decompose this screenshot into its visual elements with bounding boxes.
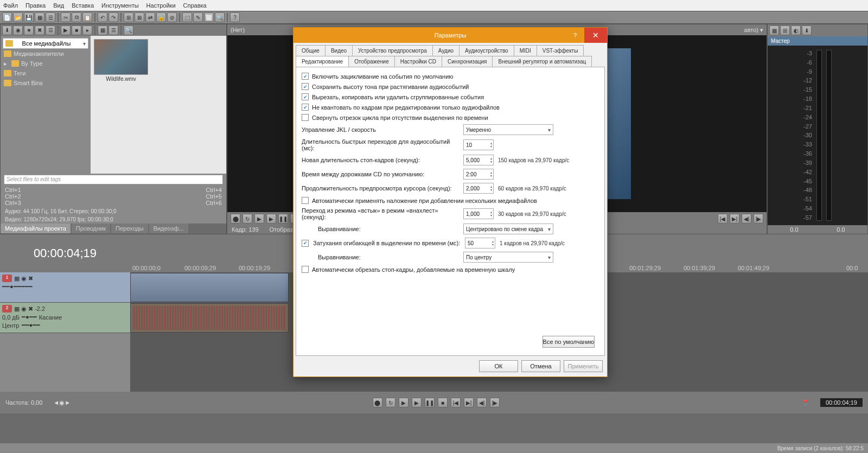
tree-all-media[interactable]: Все медиафайлы	[3, 38, 88, 49]
tab-project-media[interactable]: Медиафайлы проекта	[1, 224, 71, 233]
master-down-icon[interactable]: ⬇	[802, 25, 812, 35]
capture-icon[interactable]: ◉	[13, 25, 23, 35]
play-icon[interactable]: ▶	[61, 25, 71, 35]
tab-midi[interactable]: MIDI	[514, 45, 537, 56]
scrub-handle-icon[interactable]: ◄◉►	[53, 399, 71, 406]
master-insert-icon[interactable]: ⊞	[780, 25, 790, 35]
preview-loop-icon[interactable]: ↻	[242, 214, 252, 224]
lock-icon[interactable]: 🔒	[156, 12, 166, 22]
normal-tool-icon[interactable]: ⬚	[182, 12, 192, 22]
redo-icon[interactable]: ↷	[108, 12, 118, 22]
btn-ok[interactable]: ОК	[479, 360, 518, 372]
master-fx-icon[interactable]: ▦	[769, 25, 779, 35]
stop-icon[interactable]: ■	[72, 25, 81, 35]
tab-preview-device[interactable]: Устройство предпросмотра	[352, 45, 433, 56]
select-tool-icon[interactable]: ⬜	[204, 12, 214, 22]
preview-pause-icon[interactable]: ❚❚	[278, 214, 288, 224]
sel-align2[interactable]: По центру	[463, 252, 553, 263]
audio-track-header[interactable]: 2▦ ◉ ✖ -2.2 0,0 дБ ━●━━ Касание Центр ━━…	[0, 303, 130, 333]
tree-tags[interactable]: Теги	[3, 68, 88, 78]
marker-icon[interactable]: 📍	[802, 399, 809, 406]
list-icon[interactable]: ☰	[108, 25, 118, 35]
chk-pitch[interactable]: ✔	[302, 83, 309, 90]
transport-play-icon[interactable]: ▶	[412, 398, 422, 407]
btn-apply[interactable]: Применить	[564, 360, 603, 372]
preview-nextframe-icon[interactable]: |▶	[754, 214, 763, 224]
tab-video[interactable]: Видео	[325, 45, 353, 56]
tab-vst[interactable]: VST-эффекты	[537, 45, 584, 56]
tab-audio-device[interactable]: Аудиоустройство	[459, 45, 514, 56]
zoom-tool-icon[interactable]: 🔍	[215, 12, 225, 22]
tab-sync[interactable]: Синхронизация	[442, 56, 493, 67]
chk-quantize[interactable]: ✔	[302, 104, 309, 111]
tags-input[interactable]: Select files to edit tags	[4, 175, 223, 184]
preview-quality-dropdown[interactable]: авто) ▾	[744, 27, 763, 34]
properties-icon[interactable]: ☰	[46, 12, 55, 22]
preview-play-start-icon[interactable]: ▶	[254, 214, 264, 224]
spin-cd[interactable]: 2:00	[463, 169, 494, 180]
tab-display[interactable]: Отображение	[348, 56, 395, 67]
btn-cancel[interactable]: Отмена	[521, 360, 560, 372]
spin-fade[interactable]: 50	[465, 238, 495, 248]
transport-loop-icon[interactable]: ↻	[386, 398, 395, 407]
transport-stop-icon[interactable]: ■	[438, 398, 448, 407]
paste-icon[interactable]: 📋	[82, 12, 92, 22]
tree-bytype[interactable]: ▸By Type	[3, 59, 88, 68]
help-tool-icon[interactable]: ?	[230, 12, 240, 22]
menu-settings[interactable]: Настройки	[146, 2, 176, 9]
tab-external[interactable]: Внешний регулятор и автоматизац	[492, 56, 592, 67]
menu-insert[interactable]: Вставка	[72, 2, 94, 9]
tree-smartbins[interactable]: Smart Bins	[3, 78, 88, 88]
sel-jkl[interactable]: Умеренно	[463, 124, 553, 135]
menu-help[interactable]: Справка	[183, 2, 207, 9]
video-clip[interactable]	[130, 273, 289, 302]
dialog-help-icon[interactable]: ?	[567, 28, 583, 43]
btn-defaults[interactable]: Все по умолчанию	[542, 336, 595, 348]
media-item[interactable]: Wildlife.wmv	[94, 39, 148, 82]
video-track-header[interactable]: 1▦ ◉ ✖ ━━●━━━━━	[0, 272, 130, 303]
envelope-tool-icon[interactable]: ✎	[193, 12, 203, 22]
remove-icon[interactable]: ✖	[35, 25, 44, 35]
chk-fades[interactable]: ✔	[302, 240, 309, 247]
save-icon[interactable]: 💾	[24, 12, 34, 22]
views-icon[interactable]: ▦	[98, 25, 107, 35]
chk-collapse[interactable]	[302, 114, 309, 121]
chk-overlap[interactable]	[302, 197, 309, 204]
render-icon[interactable]: ▦	[35, 12, 44, 22]
open-icon[interactable]: 📂	[13, 12, 23, 22]
tab-editing[interactable]: Редактирование	[296, 56, 349, 67]
transport-gostart-icon[interactable]: |◀	[451, 398, 461, 407]
chk-looping[interactable]: ✔	[302, 73, 309, 80]
autocross-icon[interactable]: ⊠	[135, 12, 144, 22]
dialog-close-icon[interactable]: ✕	[584, 28, 607, 43]
menu-file[interactable]: Файл	[3, 2, 18, 9]
tab-explorer[interactable]: Проводник	[72, 224, 110, 233]
master-dim-icon[interactable]: ◐	[791, 25, 801, 35]
preview-prevframe-icon[interactable]: ◀|	[742, 214, 751, 224]
transport-position[interactable]: 00:00:04;19	[820, 398, 863, 407]
audio-clip[interactable]	[130, 303, 289, 333]
sel-align1[interactable]: Центрировано по смене кадра	[463, 224, 553, 234]
cut-icon[interactable]: ✂	[61, 12, 71, 22]
search-icon[interactable]: 🔍	[124, 25, 133, 35]
tab-audio[interactable]: Аудио	[432, 45, 459, 56]
tree-drives[interactable]: Медианакопители	[3, 49, 88, 59]
autoripple-icon[interactable]: ⇄	[145, 12, 155, 22]
preview-play-icon[interactable]: ▶	[266, 214, 276, 224]
preview-record-icon[interactable]: ⬤	[231, 214, 240, 224]
transport-playstart-icon[interactable]: ▶	[399, 398, 409, 407]
transport-goend-icon[interactable]: ▶|	[464, 398, 474, 407]
preview-gostart-icon[interactable]: |◀	[718, 214, 727, 224]
undo-icon[interactable]: ↶	[98, 12, 107, 22]
menu-view[interactable]: Вид	[53, 2, 64, 9]
dialog-titlebar[interactable]: Параметры ? ✕	[293, 28, 607, 43]
media-props-icon[interactable]: ☰	[46, 25, 55, 35]
tab-videofx[interactable]: Видеоэф...	[149, 224, 188, 233]
menu-tools[interactable]: Инструменты	[101, 2, 139, 9]
tab-transitions[interactable]: Переходы	[111, 224, 148, 233]
transport-record-icon[interactable]: ⬤	[373, 398, 382, 407]
tab-cd[interactable]: Настройки CD	[394, 56, 442, 67]
spin-still[interactable]: 5,000	[463, 155, 494, 165]
transport-prevframe-icon[interactable]: ◀|	[477, 398, 487, 407]
media-fx-icon[interactable]: ★	[24, 25, 34, 35]
